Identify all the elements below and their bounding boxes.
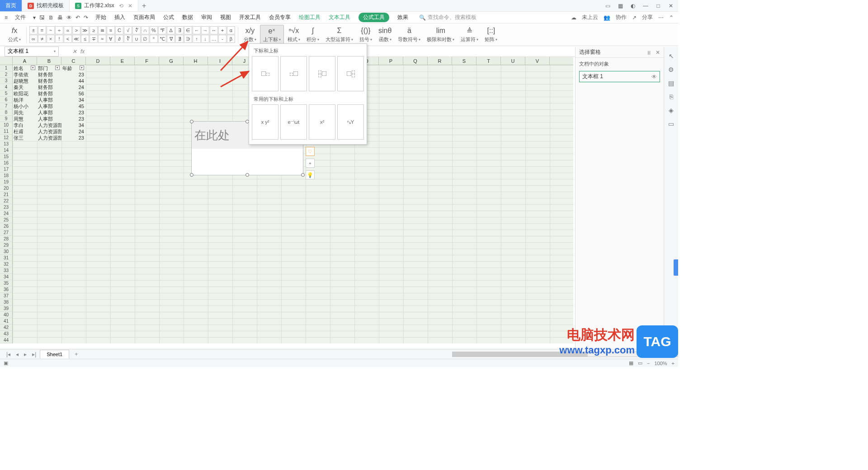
symbol-cell[interactable]: …	[210, 35, 218, 43]
ribbon-limit[interactable]: lim 极限和对数▾	[424, 26, 457, 43]
row-header[interactable]: 9	[0, 116, 13, 122]
cell[interactable]: 李白	[13, 122, 37, 128]
row-header[interactable]: 10	[0, 122, 13, 128]
symbol-cell[interactable]: ∋	[184, 35, 192, 43]
cell[interactable]: 23	[61, 135, 86, 141]
more-icon[interactable]: ⋯	[658, 14, 664, 21]
maximize-icon[interactable]: □	[655, 3, 662, 9]
user-icon[interactable]: ◐	[629, 3, 637, 9]
sheet-last-icon[interactable]: ▸|	[30, 351, 38, 357]
cell[interactable]: 34	[61, 122, 86, 128]
row-header[interactable]: 4	[0, 84, 13, 90]
col-header[interactable]: V	[525, 57, 550, 65]
row-header[interactable]: 21	[0, 192, 13, 198]
chevron-down-icon[interactable]: ▾	[54, 49, 56, 53]
panel-close-icon[interactable]: ✕	[656, 49, 660, 56]
tab-text-tools[interactable]: 文本工具	[329, 13, 350, 22]
row-header[interactable]: 16	[0, 160, 13, 166]
cell[interactable]: 人力资源部	[37, 128, 61, 135]
symbol-cell[interactable]: ∆	[167, 26, 175, 34]
cell[interactable]: 欧阳花	[13, 90, 37, 97]
symbol-cell[interactable]: ±	[29, 26, 38, 34]
symbol-cell[interactable]: ∛	[124, 35, 132, 43]
row-header[interactable]: 44	[0, 337, 13, 343]
cell[interactable]: 杨洋	[13, 97, 37, 103]
tab-view[interactable]: 视图	[220, 13, 231, 22]
tab-add[interactable]: +	[138, 2, 150, 10]
cell[interactable]: 周慧	[13, 116, 37, 122]
col-header[interactable]: Q	[403, 57, 428, 65]
rail-settings-icon[interactable]: ⚙	[668, 66, 674, 73]
row-header[interactable]: 17	[0, 166, 13, 173]
col-header[interactable]: E	[110, 57, 135, 65]
symbol-cell[interactable]: ↓	[201, 35, 209, 43]
menu-icon[interactable]: ≡	[5, 14, 8, 21]
tab-dev-tools[interactable]: 开发工具	[239, 13, 261, 22]
cell[interactable]: 23	[61, 109, 86, 116]
zoom-out-icon[interactable]: −	[647, 361, 650, 366]
view-page-icon[interactable]: ▭	[638, 360, 642, 366]
row-header[interactable]: 24	[0, 211, 13, 217]
symbol-cell[interactable]: ×	[47, 35, 55, 43]
rail-handle[interactable]	[674, 259, 678, 276]
tab-formula[interactable]: 公式	[163, 13, 174, 22]
symbol-cell[interactable]: ≡	[107, 26, 115, 34]
cell[interactable]: 财务部	[37, 71, 61, 78]
tab-start[interactable]: 开始	[95, 13, 106, 22]
square-icon[interactable]: ▫	[306, 159, 315, 168]
row-header[interactable]: 12	[0, 135, 13, 141]
expand-icon[interactable]: ⌃	[669, 14, 674, 21]
tab-home[interactable]: 首页	[0, 0, 22, 11]
cloud-icon[interactable]: ☁	[571, 14, 576, 21]
tab-page-layout[interactable]: 页面布局	[133, 13, 155, 22]
row-header[interactable]: 25	[0, 217, 13, 223]
symbol-cell[interactable]: ∩	[141, 26, 149, 34]
cell[interactable]: 人力资源部	[37, 122, 61, 128]
zoom-in-icon[interactable]: +	[672, 361, 675, 366]
heart-icon[interactable]: ♡	[306, 147, 315, 156]
tab-insert[interactable]: 插入	[114, 13, 125, 22]
row-header[interactable]: 27	[0, 230, 13, 236]
ribbon-accent[interactable]: ä 导数符号▾	[395, 26, 423, 43]
row-header[interactable]: 3	[0, 78, 13, 84]
row-header[interactable]: 7	[0, 103, 13, 109]
select-all-corner[interactable]	[0, 57, 13, 65]
symbol-cell[interactable]: ∝	[64, 26, 72, 34]
filter-icon[interactable]: ▾	[31, 66, 35, 70]
filter-icon[interactable]: ▾	[55, 66, 60, 70]
symbol-cell[interactable]: √	[124, 26, 132, 34]
ribbon-function[interactable]: sinθ 函数▾	[376, 26, 394, 43]
symbol-cell[interactable]: %	[150, 26, 158, 34]
resize-handle[interactable]	[245, 173, 249, 177]
rail-select-icon[interactable]: ↖	[669, 52, 674, 60]
resize-handle[interactable]	[190, 173, 193, 177]
cell[interactable]: 杜甫	[13, 128, 37, 135]
cell[interactable]: 44	[61, 78, 86, 84]
search-box[interactable]: 🔍 查找命令、搜索模板	[419, 14, 476, 21]
row-header[interactable]: 20	[0, 185, 13, 192]
fx-cancel-icon[interactable]: ✕	[72, 48, 77, 55]
preview-icon[interactable]: 👁	[66, 14, 72, 21]
symbol-cell[interactable]: ℃	[158, 35, 166, 43]
tab-draw-tools[interactable]: 绘图工具	[299, 13, 321, 22]
cell[interactable]: 56	[61, 90, 86, 97]
symbol-cell[interactable]: ←	[193, 26, 201, 34]
cell[interactable]: 财务部	[37, 84, 61, 90]
row-header[interactable]: 8	[0, 109, 13, 116]
symbol-cell[interactable]: ∄	[175, 35, 184, 43]
row-header[interactable]: 5	[0, 90, 13, 97]
ribbon-matrix[interactable]: [::] 矩阵▾	[482, 26, 500, 43]
cell[interactable]: 人力资源部	[37, 135, 61, 141]
cell[interactable]: 23	[61, 71, 86, 78]
row-header[interactable]: 11	[0, 128, 13, 135]
row-header[interactable]: 2	[0, 71, 13, 78]
row-header[interactable]: 33	[0, 268, 13, 274]
status-icon[interactable]: ▣	[4, 360, 8, 366]
symbol-cell[interactable]: ≤	[81, 35, 89, 43]
symbol-cell[interactable]: ≪	[72, 35, 80, 43]
sheet-first-icon[interactable]: |◂	[5, 351, 12, 357]
undo-icon[interactable]: ↶	[75, 14, 80, 21]
row-header[interactable]: 37	[0, 293, 13, 299]
view-normal-icon[interactable]: ▦	[629, 360, 633, 366]
col-header[interactable]: S	[452, 57, 476, 65]
